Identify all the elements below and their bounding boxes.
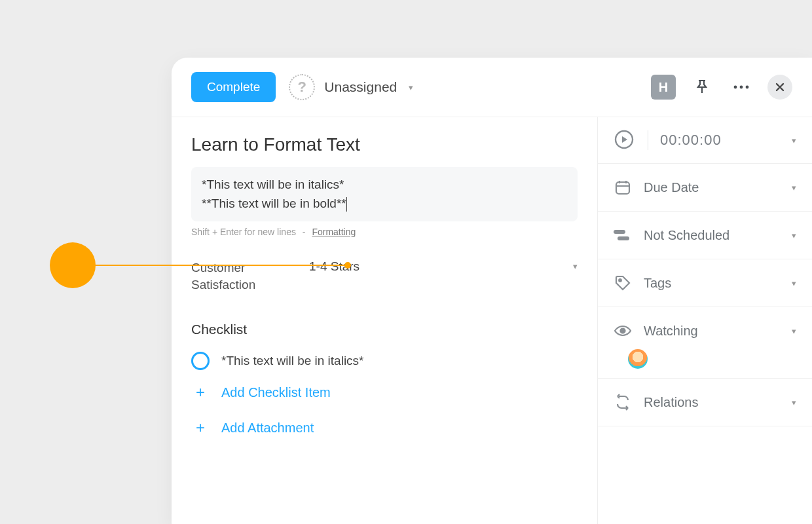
due-date-row[interactable]: Due Date ▾ xyxy=(598,164,812,212)
assignee-label: Unassigned xyxy=(324,79,397,95)
add-attachment-button[interactable]: + Add Attachment xyxy=(191,419,578,437)
tag-icon xyxy=(614,274,632,292)
timer-display[interactable]: 00:00:00 xyxy=(660,132,777,149)
watcher-avatar[interactable] xyxy=(628,349,648,369)
task-toolbar: Complete ? Unassigned ▾ H xyxy=(172,58,812,117)
schedule-icon xyxy=(614,226,632,244)
chevron-down-icon: ▾ xyxy=(792,231,796,240)
assignee-picker[interactable]: ? Unassigned ▾ xyxy=(289,74,413,100)
close-button[interactable] xyxy=(767,75,792,100)
more-icon[interactable] xyxy=(728,74,754,100)
task-main: Learn to Format Text *This text will be … xyxy=(172,117,597,524)
play-icon[interactable] xyxy=(614,129,636,151)
svg-point-1 xyxy=(740,86,743,89)
relations-icon xyxy=(614,393,632,411)
pin-icon[interactable] xyxy=(689,74,715,100)
checklist-item-text[interactable]: *This text will be in italics* xyxy=(221,354,364,368)
schedule-row[interactable]: Not Scheduled ▾ xyxy=(598,212,812,259)
timer-row: 00:00:00 ▾ xyxy=(598,117,812,164)
annotation-line xyxy=(92,265,347,266)
chevron-down-icon: ▾ xyxy=(792,278,796,288)
description-hint: Shift + Enter for new lines - Formatting xyxy=(191,227,578,237)
description-textarea[interactable]: *This text will be in italics* **This te… xyxy=(191,167,578,221)
svg-point-2 xyxy=(746,86,749,89)
svg-rect-5 xyxy=(614,230,625,234)
calendar-icon xyxy=(614,178,632,196)
chevron-down-icon[interactable]: ▾ xyxy=(792,136,796,145)
add-checklist-item-button[interactable]: + Add Checklist Item xyxy=(191,383,578,402)
svg-rect-4 xyxy=(616,182,629,194)
svg-point-8 xyxy=(621,329,625,333)
annotation-end-dot xyxy=(344,262,351,269)
priority-badge[interactable]: H xyxy=(651,75,676,100)
annotation-dot xyxy=(50,242,96,288)
chevron-down-icon: ▾ xyxy=(792,183,796,193)
checklist-item: *This text will be in italics* xyxy=(191,352,578,370)
task-sidebar: 00:00:00 ▾ Due Date ▾ xyxy=(597,117,812,524)
complete-button[interactable]: Complete xyxy=(191,72,276,102)
chevron-down-icon: ▾ xyxy=(792,398,796,407)
relations-row[interactable]: Relations ▾ xyxy=(598,379,812,426)
chevron-down-icon: ▾ xyxy=(792,326,796,336)
assignee-placeholder-avatar: ? xyxy=(289,74,315,100)
checklist-heading: Checklist xyxy=(191,322,578,337)
svg-rect-6 xyxy=(618,236,629,240)
formatting-link[interactable]: Formatting xyxy=(312,227,356,237)
text-cursor xyxy=(346,197,347,212)
divider xyxy=(648,130,648,150)
chevron-down-icon: ▾ xyxy=(573,261,578,271)
plus-icon: + xyxy=(191,383,210,402)
task-title[interactable]: Learn to Format Text xyxy=(191,134,578,155)
eye-icon xyxy=(614,322,632,340)
description-line: **This text will be in bold** xyxy=(202,194,567,213)
description-line: *This text will be in italics* xyxy=(202,175,567,194)
watching-row[interactable]: Watching ▾ xyxy=(598,307,812,354)
chevron-down-icon: ▾ xyxy=(409,83,413,92)
task-panel: Complete ? Unassigned ▾ H Learn to Forma… xyxy=(172,58,812,524)
plus-icon: + xyxy=(191,419,210,437)
checklist-checkbox[interactable] xyxy=(191,352,210,370)
svg-point-0 xyxy=(734,86,737,89)
svg-point-7 xyxy=(619,279,621,282)
tags-row[interactable]: Tags ▾ xyxy=(598,259,812,307)
